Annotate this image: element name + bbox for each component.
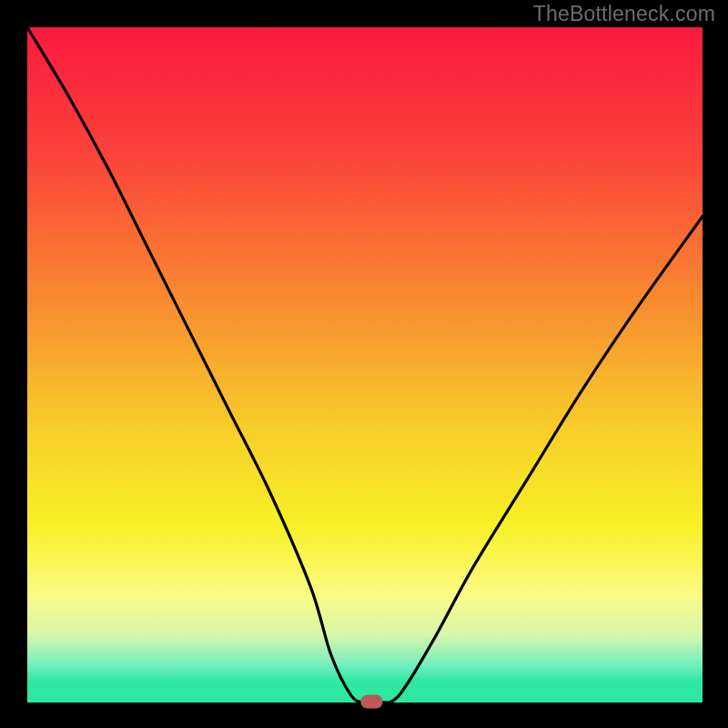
optimum-marker	[360, 695, 382, 709]
bottleneck-chart	[0, 0, 728, 728]
chart-frame: TheBottleneck.com	[0, 0, 728, 728]
watermark-text: TheBottleneck.com	[533, 2, 715, 26]
gradient-background	[27, 27, 703, 703]
